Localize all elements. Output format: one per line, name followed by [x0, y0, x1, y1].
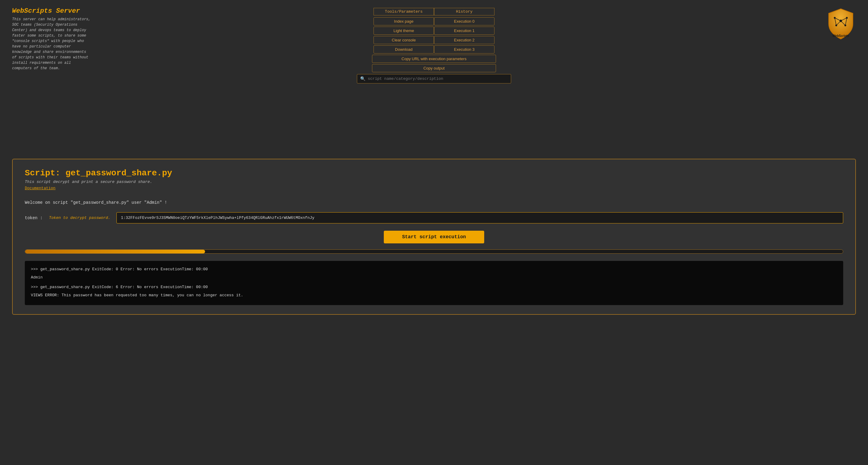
copy-url-button[interactable]: Copy URL with execution parameters	[372, 55, 496, 63]
history-header: History	[434, 8, 495, 16]
script-description: This script decrypt and print a secure p…	[25, 180, 843, 184]
execute-button[interactable]: Start script execution	[384, 231, 484, 243]
console-line-0: >>> get_password_share.py ExitCode: 0 Er…	[31, 266, 837, 273]
console-line-2: >>> get_password_share.py ExitCode: 6 Er…	[31, 284, 837, 290]
token-hint: Token to decrypt password.	[49, 216, 111, 220]
search-bar: 🔍	[357, 74, 511, 84]
documentation-link[interactable]: Documentation	[25, 186, 55, 190]
execution-1-button[interactable]: Execution 1	[434, 27, 495, 35]
logo-area: WebScripts	[826, 7, 856, 40]
execution-0-button[interactable]: Execution 0	[434, 17, 495, 25]
light-theme-button[interactable]: Light theme	[373, 27, 434, 35]
tools-column: Tools/Parameters Index page Light theme …	[373, 8, 434, 54]
console-line-3: VIEWS ERROR: This password has been requ…	[31, 292, 837, 299]
nav-columns: Tools/Parameters Index page Light theme …	[373, 8, 495, 54]
history-column: History Execution 0 Execution 1 Executio…	[434, 8, 495, 54]
token-row: token : Token to decrypt password.	[25, 212, 843, 223]
token-label: token :	[25, 216, 43, 220]
console-line-1: Admin	[31, 274, 837, 281]
console-area: >>> get_password_share.py ExitCode: 0 Er…	[25, 261, 843, 305]
execution-3-button[interactable]: Execution 3	[434, 45, 495, 54]
navigation-area: Tools/Parameters Index page Light theme …	[357, 3, 511, 84]
search-input[interactable]	[368, 76, 508, 81]
tools-header: Tools/Parameters	[373, 8, 434, 16]
execution-2-button[interactable]: Execution 2	[434, 36, 495, 44]
main-container: Script: get_password_share.py This scrip…	[12, 159, 856, 315]
brand-section: WebScripts Server This server can help a…	[12, 7, 91, 71]
brand-title: WebScripts Server	[12, 7, 91, 15]
download-button[interactable]: Download	[373, 45, 434, 54]
progress-bar-fill	[25, 250, 205, 253]
search-icon: 🔍	[360, 76, 365, 81]
welcome-message: Welcome on script "get_password_share.py…	[25, 200, 843, 205]
console-text-2: >>> get_password_share.py ExitCode: 6 Er…	[31, 285, 208, 289]
index-page-button[interactable]: Index page	[373, 17, 434, 25]
progress-bar-container	[25, 249, 843, 254]
token-input[interactable]	[117, 212, 843, 223]
webscripts-logo: WebScripts	[826, 7, 856, 40]
script-title: Script: get_password_share.py	[25, 168, 843, 178]
copy-output-button[interactable]: Copy output	[372, 64, 496, 72]
clear-console-button[interactable]: Clear console	[373, 36, 434, 44]
svg-text:WebScripts: WebScripts	[833, 34, 849, 37]
brand-description: This server can help administrators, SOC…	[12, 17, 91, 71]
